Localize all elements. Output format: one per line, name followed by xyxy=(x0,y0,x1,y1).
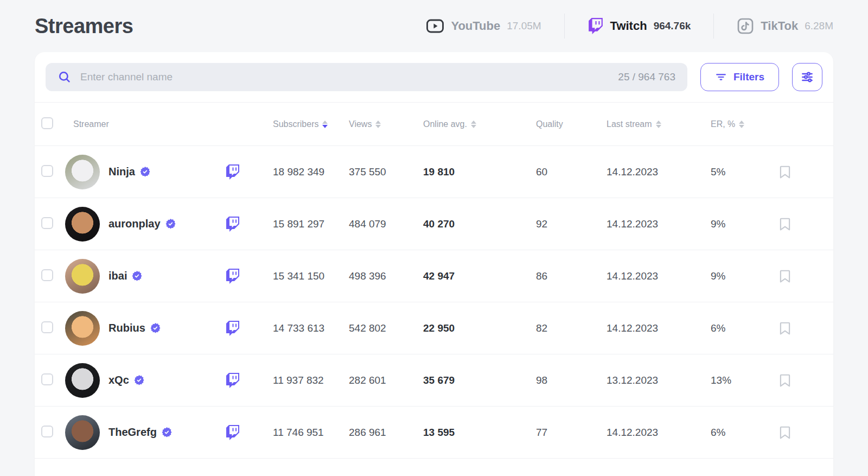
avatar xyxy=(65,155,100,189)
twitch-platform-icon xyxy=(225,164,273,180)
column-header-streamer: Streamer xyxy=(59,119,225,129)
tab-twitch[interactable]: Twitch 964.76k xyxy=(565,18,714,34)
table-settings-button[interactable] xyxy=(792,63,822,91)
sort-icon xyxy=(739,120,744,128)
row-checkbox[interactable] xyxy=(41,426,53,437)
bookmark-button[interactable] xyxy=(779,426,791,440)
table-row: auronplay 15 891 297 484 079 40 270 92 1… xyxy=(35,198,833,250)
twitch-platform-icon xyxy=(225,373,273,388)
online-avg-value: 40 270 xyxy=(423,218,536,230)
sort-icon xyxy=(375,120,381,128)
streamer-name[interactable]: Ninja xyxy=(108,166,135,178)
search-icon xyxy=(58,70,72,84)
table-row: Rubius 14 733 613 542 802 22 950 82 14.1… xyxy=(35,302,833,354)
er-value: 6% xyxy=(711,322,779,334)
row-checkbox[interactable] xyxy=(41,373,53,385)
twitch-platform-icon xyxy=(225,321,273,336)
table-row-partial xyxy=(35,458,833,476)
streamer-name[interactable]: Rubius xyxy=(108,322,145,334)
last-stream-value: 14.12.2023 xyxy=(607,218,711,230)
youtube-icon xyxy=(426,17,444,35)
streamer-name[interactable]: ibai xyxy=(108,270,127,282)
tiktok-icon xyxy=(737,17,754,35)
platform-tabs: YouTube 17.05M Twitch 964.76k TikTok 6.2… xyxy=(403,14,833,39)
table-row: TheGrefg 11 746 951 286 961 13 595 77 14… xyxy=(35,406,833,458)
quality-value: 92 xyxy=(536,218,607,230)
bookmark-button[interactable] xyxy=(779,165,791,179)
streamer-name[interactable]: auronplay xyxy=(108,218,161,230)
quality-value: 86 xyxy=(536,270,607,282)
row-checkbox[interactable] xyxy=(41,217,53,229)
bookmark-button[interactable] xyxy=(779,217,791,231)
column-header-er[interactable]: ER, % xyxy=(711,119,779,129)
row-checkbox[interactable] xyxy=(41,321,53,333)
quality-value: 60 xyxy=(536,166,607,178)
views-value: 542 802 xyxy=(349,322,423,334)
views-value: 484 079 xyxy=(349,218,423,230)
column-header-quality: Quality xyxy=(536,119,607,129)
sort-icon xyxy=(656,120,661,128)
bookmark-button[interactable] xyxy=(779,321,791,335)
quality-value: 82 xyxy=(536,322,607,334)
streamer-name[interactable]: xQc xyxy=(108,374,129,386)
column-header-online-avg[interactable]: Online avg. xyxy=(423,119,536,129)
subscribers-value: 11 746 951 xyxy=(273,427,349,439)
quality-value: 98 xyxy=(536,375,607,386)
row-checkbox[interactable] xyxy=(41,165,53,177)
online-avg-value: 22 950 xyxy=(423,322,536,334)
top-bar: Streamers YouTube 17.05M Twitch 964.76k … xyxy=(0,0,868,52)
views-value: 282 601 xyxy=(349,375,423,386)
row-checkbox[interactable] xyxy=(41,269,53,281)
bookmark-button[interactable] xyxy=(779,373,791,388)
tab-tiktok[interactable]: TikTok 6.28M xyxy=(714,17,833,35)
filters-button[interactable]: Filters xyxy=(700,63,779,91)
verified-badge-icon xyxy=(140,167,150,177)
search-box: 25 / 964 763 xyxy=(46,63,687,91)
avatar xyxy=(65,415,100,450)
er-value: 13% xyxy=(711,375,779,386)
er-value: 9% xyxy=(711,270,779,282)
avatar xyxy=(65,311,100,346)
views-value: 498 396 xyxy=(349,270,423,282)
last-stream-value: 14.12.2023 xyxy=(607,322,711,334)
table-row: ibai 15 341 150 498 396 42 947 86 14.12.… xyxy=(35,250,833,302)
last-stream-value: 14.12.2023 xyxy=(607,166,711,178)
twitch-platform-icon xyxy=(225,425,273,440)
streamers-card: 25 / 964 763 Filters Streamer Subscriber… xyxy=(35,52,833,476)
er-value: 9% xyxy=(711,218,779,230)
table-body: Ninja 18 982 349 375 550 19 810 60 14.12… xyxy=(35,145,833,458)
result-counter: 25 / 964 763 xyxy=(618,71,675,83)
search-input[interactable] xyxy=(80,71,609,83)
last-stream-value: 13.12.2023 xyxy=(607,375,711,386)
online-avg-value: 13 595 xyxy=(423,427,536,439)
column-header-last-stream[interactable]: Last stream xyxy=(607,119,711,129)
last-stream-value: 14.12.2023 xyxy=(607,427,711,439)
sort-icon xyxy=(322,120,328,128)
verified-badge-icon xyxy=(162,427,172,437)
twitch-platform-icon xyxy=(225,217,273,232)
verified-badge-icon xyxy=(132,271,142,281)
subscribers-value: 15 891 297 xyxy=(273,218,349,230)
column-header-views[interactable]: Views xyxy=(349,119,423,129)
views-value: 375 550 xyxy=(349,166,423,178)
er-value: 5% xyxy=(711,166,779,178)
page-title: Streamers xyxy=(35,15,133,38)
avatar xyxy=(65,207,100,242)
online-avg-value: 35 679 xyxy=(423,375,536,386)
table-row: xQc 11 937 832 282 601 35 679 98 13.12.2… xyxy=(35,354,833,406)
tab-youtube[interactable]: YouTube 17.05M xyxy=(403,17,564,35)
sort-icon xyxy=(471,120,476,128)
verified-badge-icon xyxy=(134,375,144,385)
verified-badge-icon xyxy=(165,219,176,229)
streamer-name[interactable]: TheGrefg xyxy=(108,426,157,439)
table-row: Ninja 18 982 349 375 550 19 810 60 14.12… xyxy=(35,145,833,198)
bookmark-button[interactable] xyxy=(779,269,791,283)
filter-icon xyxy=(715,71,727,83)
search-row: 25 / 964 763 Filters xyxy=(35,52,833,102)
subscribers-value: 18 982 349 xyxy=(273,166,349,178)
subscribers-value: 11 937 832 xyxy=(273,375,349,386)
column-header-subscribers[interactable]: Subscribers xyxy=(273,119,349,129)
select-all-checkbox[interactable] xyxy=(41,117,53,129)
twitch-platform-icon xyxy=(225,269,273,284)
online-avg-value: 19 810 xyxy=(423,166,536,178)
